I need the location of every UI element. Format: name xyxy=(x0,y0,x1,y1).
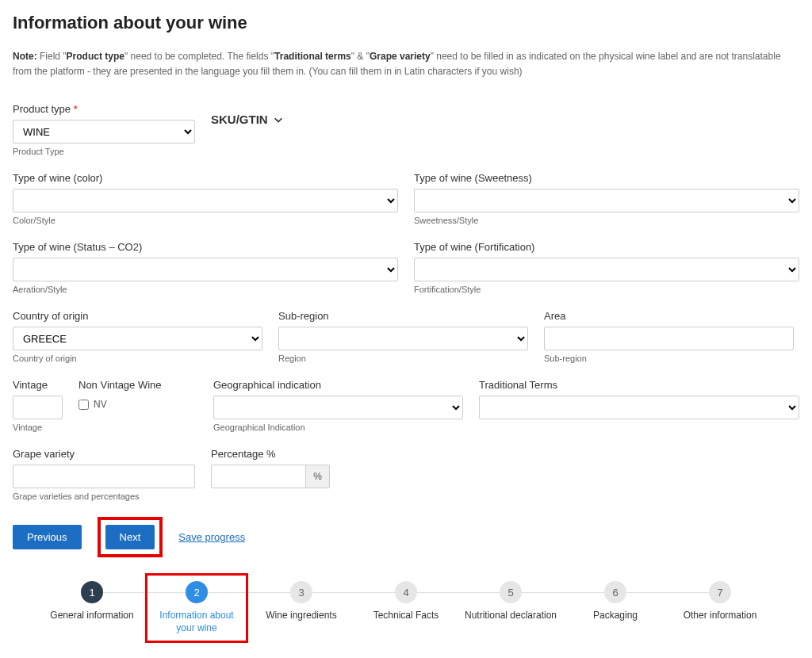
wine-status-select[interactable] xyxy=(13,258,398,281)
country-select[interactable]: GREECE xyxy=(13,327,262,350)
wine-fortification-field: Type of wine (Fortification) Fortificati… xyxy=(414,241,799,294)
wine-color-select[interactable] xyxy=(13,189,398,212)
area-input[interactable] xyxy=(544,327,794,350)
vintage-input[interactable] xyxy=(13,396,63,419)
subregion-select[interactable] xyxy=(278,327,528,350)
percentage-field: Percentage % % xyxy=(211,448,330,488)
product-type-field: Product type * WINE Product Type xyxy=(13,103,195,156)
nv-checkbox[interactable] xyxy=(79,400,89,410)
country-field: Country of origin GREECE Country of orig… xyxy=(13,310,262,363)
grape-variety-field: Grape variety Grape varieties and percen… xyxy=(13,448,195,501)
gi-select[interactable] xyxy=(213,396,463,419)
wine-color-field: Type of wine (color) Color/Style xyxy=(13,172,398,225)
save-progress-link[interactable]: Save progress xyxy=(178,531,245,543)
step-general-information[interactable]: 1 General information xyxy=(44,581,140,622)
grape-variety-input[interactable] xyxy=(13,465,195,488)
step-nutritional-declaration[interactable]: 5 Nutritional declaration xyxy=(463,581,558,622)
wine-status-field: Type of wine (Status – CO2) Aeration/Sty… xyxy=(13,241,398,294)
wizard-stepper: 1 General information 2 Information abou… xyxy=(13,581,799,634)
percent-addon: % xyxy=(306,465,330,488)
traditional-terms-select[interactable] xyxy=(479,396,799,419)
wine-fortification-select[interactable] xyxy=(414,258,799,281)
step-other-information[interactable]: 7 Other information xyxy=(672,581,768,622)
next-button-highlight: Next xyxy=(98,517,163,557)
vintage-field: Vintage Vintage xyxy=(13,379,63,432)
nv-field: Non Vintage Wine NV xyxy=(79,379,197,410)
traditional-terms-field: Traditional Terms xyxy=(479,379,799,419)
percentage-input[interactable] xyxy=(211,465,306,488)
nv-checkbox-label[interactable]: NV xyxy=(79,399,197,410)
page-title: Information about your wine xyxy=(13,13,799,33)
next-button[interactable]: Next xyxy=(105,525,155,549)
step-information-about-your-wine[interactable]: 2 Information about your wine xyxy=(149,581,244,634)
sku-gtin-toggle[interactable]: SKU/GTIN xyxy=(211,113,284,126)
subregion-field: Sub-region Region xyxy=(278,310,528,363)
previous-button[interactable]: Previous xyxy=(13,525,82,549)
product-type-select[interactable]: WINE xyxy=(13,120,195,143)
wine-sweetness-select[interactable] xyxy=(414,189,799,212)
info-note: Note: Field "Product type" need to be co… xyxy=(13,49,799,79)
gi-field: Geographical indication Geographical Ind… xyxy=(213,379,463,432)
step-packaging[interactable]: 6 Packaging xyxy=(568,581,663,622)
area-field: Area Sub-region xyxy=(544,310,794,363)
chevron-down-icon xyxy=(273,114,284,125)
wine-sweetness-field: Type of wine (Sweetness) Sweetness/Style xyxy=(414,172,799,225)
step-technical-facts[interactable]: 4 Technical Facts xyxy=(358,581,454,622)
step-wine-ingredients[interactable]: 3 Wine ingredients xyxy=(254,581,349,622)
